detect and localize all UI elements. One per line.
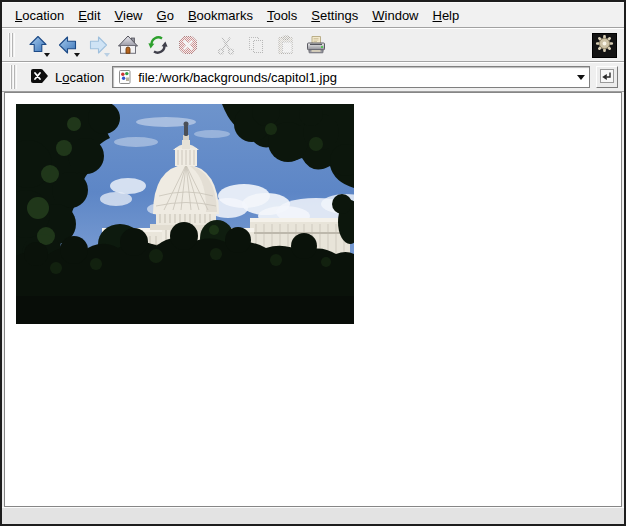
menu-accel: H (433, 8, 442, 23)
browser-viewport (4, 92, 622, 507)
menu-label: o (167, 8, 174, 23)
menu-accel: V (115, 8, 123, 23)
menubar: Location Edit View Go Bookmarks Tools Se… (2, 2, 624, 28)
reload-button[interactable] (144, 31, 172, 59)
menu-accel: W (372, 8, 384, 23)
kde-gear-icon (595, 34, 614, 57)
toolbar-handle[interactable] (8, 33, 15, 57)
menu-label: elp (442, 8, 459, 23)
main-toolbar (2, 28, 624, 62)
cut-button (212, 31, 240, 59)
location-combobox[interactable] (112, 66, 590, 88)
up-button[interactable] (24, 31, 52, 59)
forward-button (84, 31, 112, 59)
cut-scissors-icon (215, 34, 237, 56)
capitol-photo (16, 104, 354, 324)
menu-accel: E (78, 8, 87, 23)
dropdown-arrow-icon (104, 53, 110, 57)
location-label-text: cation (69, 70, 104, 85)
menu-go[interactable]: Go (150, 8, 181, 23)
location-label: Location (52, 70, 112, 85)
konqueror-window: Location Edit View Go Bookmarks Tools Se… (0, 0, 626, 526)
paste-button (272, 31, 300, 59)
menu-edit[interactable]: Edit (71, 8, 107, 23)
print-icon (305, 34, 327, 56)
clear-location-button[interactable] (26, 65, 52, 89)
copy-icon (245, 34, 267, 56)
menu-label: ookmarks (197, 8, 253, 23)
menu-label: ools (273, 8, 297, 23)
menu-label: ocation (22, 8, 64, 23)
go-enter-icon (599, 68, 615, 87)
menu-accel: S (311, 8, 320, 23)
menu-window[interactable]: Window (365, 8, 425, 23)
menu-label: ettings (320, 8, 358, 23)
stop-icon (177, 34, 199, 56)
home-icon (117, 34, 139, 56)
paste-clipboard-icon (275, 34, 297, 56)
menu-help[interactable]: Help (426, 8, 467, 23)
location-toolbar: Location (2, 62, 624, 92)
menu-accel: B (188, 8, 197, 23)
menu-settings[interactable]: Settings (304, 8, 365, 23)
print-button[interactable] (302, 31, 330, 59)
menu-bookmarks[interactable]: Bookmarks (181, 8, 260, 23)
location-input[interactable] (136, 70, 573, 85)
stop-button (174, 31, 202, 59)
home-button[interactable] (114, 31, 142, 59)
reload-icon (147, 34, 169, 56)
toolbar-handle[interactable] (10, 65, 17, 89)
statusbar (2, 507, 624, 524)
chevron-down-icon (577, 75, 585, 80)
dropdown-arrow-icon (44, 53, 50, 57)
menu-label: dit (87, 8, 101, 23)
throbber[interactable] (592, 33, 617, 58)
menu-location[interactable]: Location (8, 8, 71, 23)
menu-label: iew (123, 8, 143, 23)
menu-tools[interactable]: Tools (260, 8, 304, 23)
menu-view[interactable]: View (108, 8, 150, 23)
dropdown-arrow-icon (74, 53, 80, 57)
go-button[interactable] (596, 66, 618, 88)
location-dropdown-button[interactable] (573, 67, 589, 87)
copy-button (242, 31, 270, 59)
image-mime-icon (116, 69, 136, 85)
menu-accel: G (157, 8, 167, 23)
back-button[interactable] (54, 31, 82, 59)
clear-location-icon (29, 67, 49, 88)
menu-label: indow (385, 8, 419, 23)
